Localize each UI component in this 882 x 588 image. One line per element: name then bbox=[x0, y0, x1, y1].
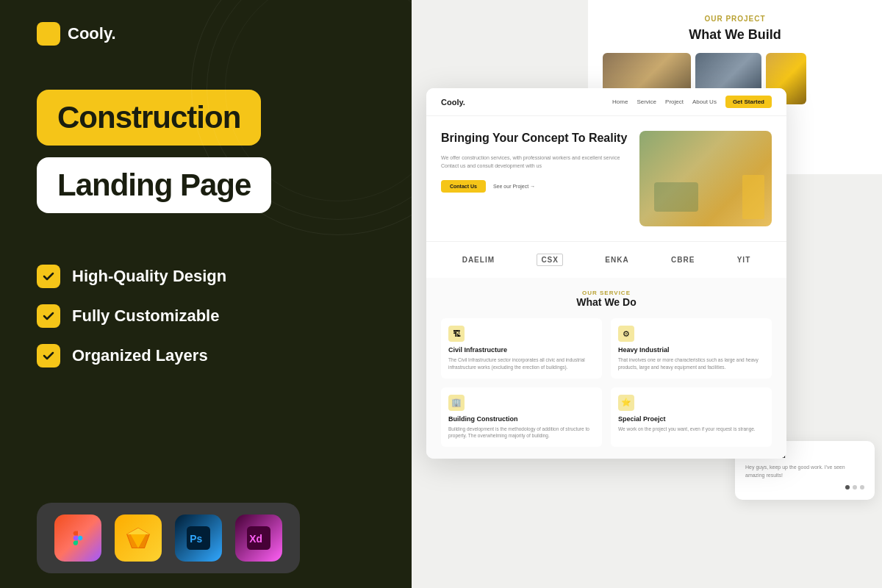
xd-icon: Xd bbox=[235, 514, 282, 562]
construction-badge-text: Construction bbox=[57, 100, 240, 135]
civil-icon: 🏗 bbox=[448, 326, 465, 342]
mockup-hero-text: Bringing Your Concept To Reality We offe… bbox=[441, 131, 628, 193]
title-area: Construction Landing Page bbox=[37, 90, 375, 213]
check-icon-3 bbox=[37, 344, 60, 368]
heavy-desc: That involves one or more characteristic… bbox=[618, 356, 764, 371]
mockup-hero-image bbox=[639, 131, 772, 226]
feature-text-3: Organized Layers bbox=[72, 346, 208, 365]
brand-yit: YIT bbox=[737, 256, 751, 264]
see-project-button[interactable]: See our Project → bbox=[493, 184, 535, 189]
mockup-hero: Bringing Your Concept To Reality We offe… bbox=[426, 116, 786, 241]
check-icon-2 bbox=[37, 304, 60, 328]
feature-item-2: Fully Customizable bbox=[37, 304, 375, 328]
app-icons-area: Ps Xd bbox=[37, 503, 300, 573]
mockup-hero-buttons: Contact Us See our Project → bbox=[441, 180, 628, 193]
logo-icon bbox=[37, 22, 60, 46]
nav-link-project: Project bbox=[665, 98, 684, 105]
dot-2 bbox=[853, 485, 857, 490]
civil-desc: The Civil Infrastructure sector incorpor… bbox=[448, 356, 595, 371]
service-card-civil: 🏗 Civil Infrastructure The Civil Infrast… bbox=[441, 318, 602, 379]
feature-text-1: High-Quality Design bbox=[72, 267, 226, 286]
our-project-label: OUR PROJECT bbox=[603, 15, 867, 23]
service-card-heavy: ⚙ Heavy Industrial That involves one or … bbox=[611, 318, 772, 379]
heavy-icon: ⚙ bbox=[618, 326, 634, 342]
service-card-building: 🏢 Building Construction Building develop… bbox=[441, 387, 602, 448]
nav-link-service: Service bbox=[637, 98, 656, 105]
landing-page-badge: Landing Page bbox=[37, 157, 271, 213]
dot-1 bbox=[845, 485, 850, 490]
civil-name: Civil Infrastructure bbox=[448, 346, 595, 354]
mockup-get-started-btn[interactable]: Get Started bbox=[725, 96, 772, 108]
right-panel: OUR PROJECT What We Build Cooly. Home Se… bbox=[412, 0, 882, 588]
svg-text:Ps: Ps bbox=[190, 533, 202, 545]
contact-us-button[interactable]: Contact Us bbox=[441, 180, 486, 193]
services-title: What We Do bbox=[441, 296, 772, 308]
brand-csx: CSX bbox=[537, 254, 563, 266]
website-mockup: Cooly. Home Service Project About Us Get… bbox=[426, 88, 786, 459]
special-desc: We work on the project you want, even if… bbox=[618, 426, 764, 433]
mockup-hero-title: Bringing Your Concept To Reality bbox=[441, 131, 628, 146]
construction-badge: Construction bbox=[37, 90, 261, 146]
building-name: Building Construction bbox=[448, 415, 595, 423]
service-card-special: ⭐ Special Proejct We work on the project… bbox=[611, 387, 772, 448]
mockup-hero-desc: We offer construction services, with pro… bbox=[441, 154, 628, 170]
building-icon: 🏢 bbox=[448, 395, 465, 411]
left-panel: Cooly. Construction Landing Page High-Qu… bbox=[0, 0, 412, 588]
services-grid: 🏗 Civil Infrastructure The Civil Infrast… bbox=[441, 318, 772, 447]
heavy-name: Heavy Industrial bbox=[618, 346, 764, 354]
testimonial-dots bbox=[745, 485, 864, 490]
svg-text:Xd: Xd bbox=[249, 533, 262, 545]
svg-marker-6 bbox=[127, 528, 150, 534]
special-name: Special Proejct bbox=[618, 415, 764, 423]
special-icon: ⭐ bbox=[618, 395, 634, 411]
feature-item-1: High-Quality Design bbox=[37, 265, 375, 288]
photoshop-icon: Ps bbox=[175, 514, 222, 562]
brand-daelim: DAELIM bbox=[462, 256, 495, 264]
feature-item-3: Organized Layers bbox=[37, 344, 375, 368]
logo-text: Cooly. bbox=[68, 24, 116, 43]
figma-icon bbox=[54, 514, 101, 562]
what-we-build-title: What We Build bbox=[603, 27, 867, 43]
mockup-brands: DAELIM CSX ENKA CBRE YIT bbox=[426, 241, 786, 278]
brand-cbre: CBRE bbox=[671, 256, 695, 264]
logo-area: Cooly. bbox=[37, 22, 375, 46]
check-icon-1 bbox=[37, 265, 60, 288]
landing-page-text: Landing Page bbox=[57, 168, 251, 202]
feature-text-2: Fully Customizable bbox=[72, 306, 219, 326]
dot-3 bbox=[860, 485, 864, 490]
mockup-navbar: Cooly. Home Service Project About Us Get… bbox=[426, 88, 786, 116]
nav-link-about: About Us bbox=[692, 98, 717, 105]
building-desc: Building development is the methodology … bbox=[448, 426, 595, 440]
brand-enka: ENKA bbox=[605, 256, 628, 264]
our-service-label: OUR SERVICE bbox=[441, 290, 772, 296]
mockup-nav-links: Home Service Project About Us bbox=[612, 98, 717, 105]
mockup-services: OUR SERVICE What We Do 🏗 Civil Infrastru… bbox=[426, 278, 786, 459]
nav-link-home: Home bbox=[612, 98, 628, 105]
sketch-icon bbox=[115, 514, 162, 562]
mockup-logo-text: Cooly. bbox=[441, 98, 465, 107]
testimonial-text: Hey guys, keep up the good work. I've se… bbox=[745, 464, 864, 479]
features-list: High-Quality Design Fully Customizable O… bbox=[37, 265, 375, 368]
